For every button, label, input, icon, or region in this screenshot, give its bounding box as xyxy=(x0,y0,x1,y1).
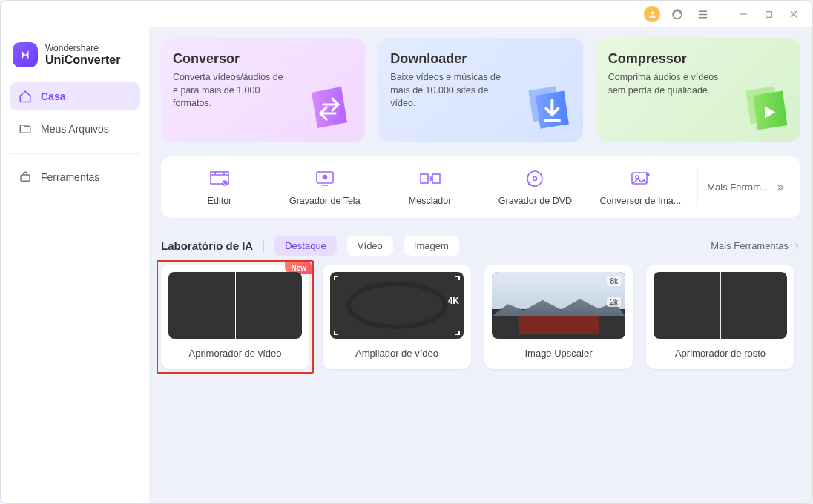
chevron-right-icon xyxy=(793,242,800,250)
tool-label: Gravador de Tela xyxy=(289,196,361,206)
app-logo: Wondershare UniConverter xyxy=(10,35,140,82)
converter-icon xyxy=(300,78,359,137)
sidebar-item-label: Ferramentas xyxy=(41,171,99,183)
ai-lab-more-button[interactable]: Mais Ferramentas xyxy=(711,240,800,251)
tab-highlight[interactable]: Destaque xyxy=(274,236,337,256)
toolbox-icon xyxy=(19,170,32,184)
tools-bar: Editor Gravador de Tela Mesclador Gravad… xyxy=(161,156,800,218)
svg-point-10 xyxy=(527,171,542,186)
tool-label: Mesclador xyxy=(409,196,452,206)
close-button[interactable] xyxy=(786,6,802,22)
sidebar-item-tools[interactable]: Ferramentas xyxy=(10,163,140,191)
card-title: Downloader xyxy=(390,51,570,67)
sidebar-item-label: Meus Arquivos xyxy=(41,123,109,135)
ai-card-label: Aprimorador de rosto xyxy=(675,348,766,359)
minimize-button[interactable] xyxy=(735,6,751,22)
download-icon xyxy=(518,78,577,137)
svg-rect-9 xyxy=(432,174,440,183)
merger-icon xyxy=(419,169,441,188)
card-converter[interactable]: Conversor Converta vídeos/áudios de e pa… xyxy=(161,38,365,142)
home-icon xyxy=(19,90,32,103)
image-upscaler-thumb: 8k 2k xyxy=(492,272,625,339)
tool-label: Conversor de Ima... xyxy=(599,196,681,206)
resolution-tag: 4K xyxy=(448,296,459,306)
ai-card-label: Aprimorador de vídeo xyxy=(188,348,281,359)
card-desc: Comprima áudios e vídeos sem perda de qu… xyxy=(608,71,720,97)
ai-lab-more-label: Mais Ferramentas xyxy=(711,240,789,251)
tool-label: Editor xyxy=(208,196,232,206)
tool-screen-recorder[interactable]: Gravador de Tela xyxy=(272,169,378,206)
user-account-icon[interactable] xyxy=(644,6,660,22)
sidebar-item-label: Casa xyxy=(41,90,65,102)
main-content: Conversor Converta vídeos/áudios de e pa… xyxy=(149,27,812,503)
chevron-double-right-icon xyxy=(774,182,786,193)
sidebar-item-home[interactable]: Casa xyxy=(10,82,140,110)
card-desc: Baixe vídeos e músicas de mais de 10.000… xyxy=(390,71,502,110)
svg-rect-8 xyxy=(421,174,428,183)
brand-big: UniConverter xyxy=(45,53,120,67)
svg-point-7 xyxy=(323,175,326,179)
tool-dvd-burner[interactable]: Gravador de DVD xyxy=(483,169,588,206)
tool-editor[interactable]: Editor xyxy=(167,169,272,206)
ai-card-image-upscaler[interactable]: 8k 2k Image Upscaler xyxy=(484,265,633,369)
ai-lab-header: Laboratório de IA Destaque Vídeo Imagem … xyxy=(161,236,800,256)
ai-card-video-enhancer[interactable]: New Aprimorador de vídeo xyxy=(161,265,309,369)
maximize-button[interactable] xyxy=(760,6,777,22)
support-icon[interactable] xyxy=(669,6,685,22)
card-desc: Converta vídeos/áudios de e para mais de… xyxy=(173,71,285,110)
ai-card-label: Ampliador de vídeo xyxy=(355,348,438,359)
face-enhancer-thumb xyxy=(654,272,787,339)
ai-card-face-enhancer[interactable]: Aprimorador de rosto xyxy=(646,265,794,369)
more-tools-button[interactable]: Mais Ferram... xyxy=(697,168,794,206)
sidebar: Wondershare UniConverter Casa Meus Arqui… xyxy=(1,27,149,503)
video-enhancer-thumb xyxy=(168,272,302,339)
svg-point-11 xyxy=(533,176,537,180)
screen-recorder-icon xyxy=(314,169,336,188)
resolution-tag-8k: 8k xyxy=(607,276,621,286)
svg-rect-3 xyxy=(21,175,30,181)
card-compressor[interactable]: Compressor Comprima áudios e vídeos sem … xyxy=(596,38,800,142)
image-converter-icon xyxy=(629,169,651,188)
tab-video[interactable]: Vídeo xyxy=(347,236,393,256)
card-title: Conversor xyxy=(173,51,353,67)
sidebar-item-files[interactable]: Meus Arquivos xyxy=(10,115,140,143)
svg-rect-2 xyxy=(766,11,771,17)
more-tools-label: Mais Ferram... xyxy=(707,182,769,193)
card-title: Compressor xyxy=(608,51,789,67)
ai-card-video-enlarger[interactable]: 4K Ampliador de vídeo xyxy=(323,265,471,369)
dvd-icon xyxy=(524,169,546,188)
editor-icon xyxy=(208,169,231,188)
video-enlarger-thumb: 4K xyxy=(330,272,464,339)
tool-merger[interactable]: Mesclador xyxy=(378,169,483,206)
compressor-icon xyxy=(735,78,794,137)
logo-mark-icon xyxy=(13,42,38,67)
ai-card-label: Image Upscaler xyxy=(524,348,592,359)
tab-image[interactable]: Imagem xyxy=(404,236,459,256)
tool-label: Gravador de DVD xyxy=(498,196,572,206)
menu-icon[interactable] xyxy=(694,6,711,22)
tool-image-converter[interactable]: Conversor de Ima... xyxy=(587,169,693,206)
titlebar xyxy=(1,1,812,27)
svg-point-0 xyxy=(651,11,654,14)
card-downloader[interactable]: Downloader Baixe vídeos e músicas de mai… xyxy=(378,38,582,142)
ai-lab-title: Laboratório de IA xyxy=(161,239,253,252)
brand-small: Wondershare xyxy=(45,44,120,53)
folder-icon xyxy=(19,122,32,136)
resolution-tag-2k: 2k xyxy=(607,297,621,307)
